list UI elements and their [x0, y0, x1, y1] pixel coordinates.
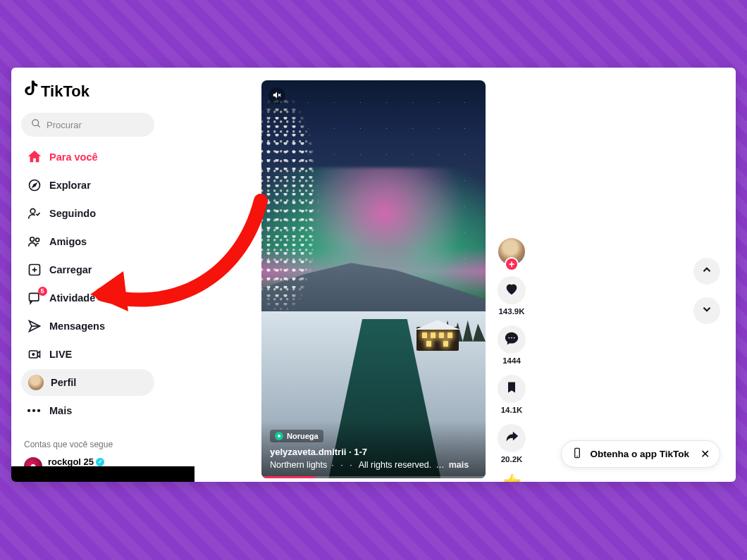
account-name: rockgol 25 [48, 456, 94, 467]
creator-avatar[interactable]: + [497, 237, 526, 266]
nav-label: Mensagens [49, 321, 105, 332]
video-bg-tree-left [261, 100, 332, 399]
nav-messages[interactable]: Mensagens [21, 313, 154, 340]
search-placeholder: Procurar [47, 120, 82, 130]
sidebar: TikTok Procurar Para você [11, 68, 163, 482]
nav-label: Explorar [49, 180, 91, 191]
activity-icon: 5 [27, 290, 42, 306]
svg-point-4 [30, 209, 35, 213]
nav-live[interactable]: LIVE [21, 341, 154, 368]
share-icon [504, 429, 519, 447]
svg-point-13 [32, 354, 35, 356]
svg-point-16 [508, 337, 510, 339]
share-button[interactable] [498, 424, 526, 452]
save-button[interactable] [498, 375, 526, 403]
svg-point-5 [30, 237, 35, 242]
svg-point-6 [36, 238, 39, 242]
phone-icon [572, 447, 583, 461]
video-info: Noruega yelyzaveta.dmitrii · 1-7 Norther… [261, 421, 486, 478]
svg-point-17 [511, 337, 512, 339]
search-icon [31, 118, 42, 131]
heart-icon [504, 281, 519, 299]
comment-button[interactable] [498, 325, 526, 354]
nav-label: Mais [49, 405, 72, 416]
location-chip[interactable]: Noruega [270, 430, 323, 442]
avatar-icon [28, 375, 44, 390]
following-section-title: Contas que você segue [24, 440, 152, 449]
comment-icon [504, 330, 519, 349]
svg-point-0 [32, 120, 39, 126]
comment-count: 1444 [502, 356, 521, 365]
activity-badge: 5 [38, 287, 47, 296]
svg-line-1 [37, 125, 39, 127]
home-icon [27, 149, 42, 165]
nav-friends[interactable]: Amigos [21, 228, 154, 255]
nav-label: Carregar [49, 264, 92, 275]
tiktok-logo-icon [23, 80, 38, 103]
save-count: 14.1K [501, 406, 523, 414]
brand-name: TikTok [41, 82, 89, 101]
svg-rect-10 [30, 293, 39, 301]
feed-pager [693, 258, 720, 324]
video-date: 1-7 [354, 447, 367, 457]
caption-more: mais [449, 460, 469, 470]
compass-icon [27, 178, 42, 193]
close-icon[interactable]: ✕ [696, 447, 710, 461]
people-icon [27, 234, 42, 249]
nav-label: Atividade [49, 292, 95, 304]
nav-profile[interactable]: Perfil [21, 369, 154, 396]
video-card[interactable]: Noruega yelyzaveta.dmitrii · 1-7 Norther… [261, 80, 486, 478]
search-input[interactable]: Procurar [21, 113, 154, 137]
nav-label: LIVE [49, 349, 72, 360]
chevron-up-icon [700, 263, 713, 279]
video-username: yelyzaveta.dmitrii [270, 447, 346, 457]
caption-right: All rights reserved. [359, 460, 432, 470]
video-progress[interactable] [261, 476, 486, 478]
prev-video-button[interactable] [693, 258, 720, 285]
action-rail: + 143.9K 1444 [494, 237, 529, 482]
video-caption[interactable]: Northern lights · · · All rights reserve… [270, 460, 477, 470]
mute-button[interactable] [268, 87, 285, 104]
caption-dots: · · · [331, 460, 354, 470]
nav-for-you[interactable]: Para você [21, 144, 154, 170]
more-icon: ••• [27, 403, 42, 418]
plus-square-icon [27, 262, 42, 278]
nav-explore[interactable]: Explorar [21, 172, 154, 199]
person-check-icon [27, 206, 42, 221]
nav-label: Seguindo [49, 208, 96, 219]
nav-upload[interactable]: Carregar [21, 256, 154, 283]
app-window: TikTok Procurar Para você [11, 68, 736, 482]
sound-disc[interactable]: ⭐ [502, 473, 521, 482]
caption-left: Northern lights [270, 460, 327, 470]
svg-marker-3 [33, 184, 37, 187]
nav-label: Para você [49, 151, 98, 163]
next-video-button[interactable] [693, 297, 720, 324]
bottom-black-bar [11, 466, 195, 482]
nav-following[interactable]: Seguindo [21, 200, 154, 227]
video-bg-house [416, 327, 459, 351]
feed: Noruega yelyzaveta.dmitrii · 1-7 Norther… [163, 68, 736, 482]
nav-label: Amigos [49, 236, 87, 247]
like-count: 143.9K [498, 307, 524, 316]
share-count: 20.2K [501, 455, 523, 463]
svg-point-18 [514, 337, 515, 339]
mute-icon [272, 90, 282, 102]
follow-button[interactable]: + [505, 257, 519, 271]
bookmark-icon [505, 380, 519, 397]
send-icon [27, 318, 42, 334]
nav: Para você Explorar Seguindo [21, 144, 154, 424]
logo[interactable]: TikTok [23, 80, 154, 103]
chevron-down-icon [700, 303, 713, 318]
nav-activity[interactable]: 5 Atividade [21, 285, 154, 311]
nav-label: Perfil [51, 377, 76, 388]
video-username-row[interactable]: yelyzaveta.dmitrii · 1-7 [270, 447, 477, 457]
get-app-label: Obtenha o app TikTok [590, 449, 689, 459]
get-app-pill[interactable]: Obtenha o app TikTok ✕ [561, 440, 720, 468]
verified-icon: ✓ [96, 458, 104, 466]
live-icon [27, 347, 42, 362]
location-text: Noruega [287, 432, 319, 440]
like-button[interactable] [498, 276, 526, 304]
location-pin-icon [275, 432, 283, 440]
nav-more[interactable]: ••• Mais [21, 397, 154, 424]
